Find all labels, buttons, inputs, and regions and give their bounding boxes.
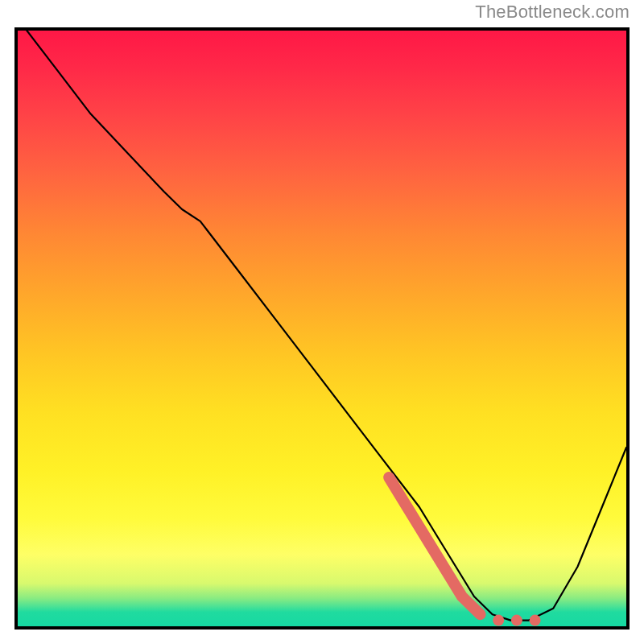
highlight-segment	[389, 477, 480, 614]
highlight-dot	[511, 615, 522, 626]
plot-frame	[14, 27, 630, 630]
attribution-text: TheBottleneck.com	[475, 2, 630, 23]
highlight-dots	[493, 615, 540, 626]
bottleneck-curve	[18, 31, 626, 626]
highlight-dot	[530, 615, 541, 626]
highlight-dot	[493, 615, 504, 626]
plot-inner	[18, 31, 626, 626]
curve-path	[18, 31, 626, 621]
chart-container: TheBottleneck.com	[0, 0, 644, 644]
